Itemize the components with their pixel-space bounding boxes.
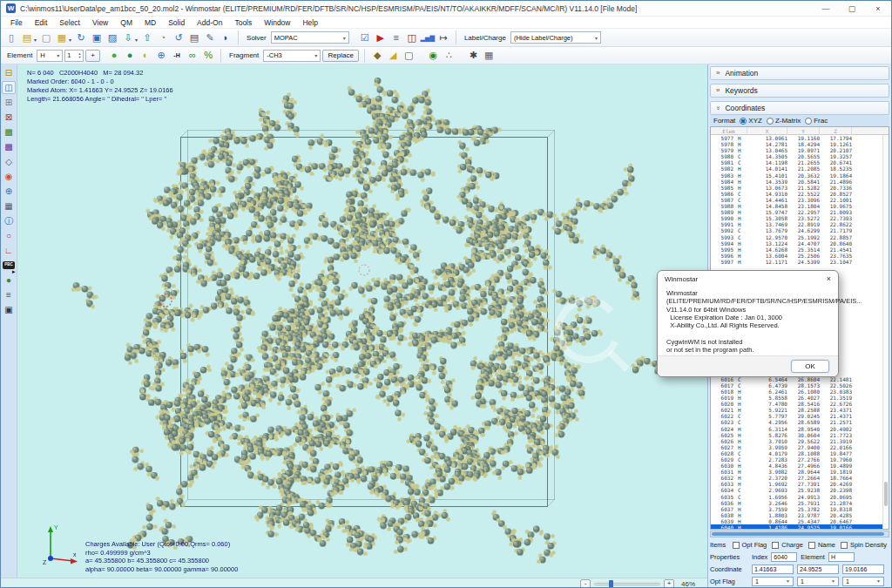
- section-coordinates[interactable]: » Coordinates: [710, 101, 889, 115]
- maximize-button[interactable]: ▢: [839, 1, 865, 16]
- table-row[interactable]: 5977H13.096119.116017.1794: [711, 135, 889, 141]
- add-atom-button[interactable]: +: [85, 50, 100, 62]
- save-folder-icon[interactable]: ▦: [55, 30, 69, 44]
- reload-icon[interactable]: ↻: [74, 30, 88, 44]
- section-animation[interactable]: » Animation: [710, 66, 889, 80]
- atom-half-icon[interactable]: ◐: [139, 49, 152, 63]
- label-charge-select[interactable]: (Hide Label/Charge)▾: [510, 31, 601, 44]
- radio-selected-icon[interactable]: [740, 118, 747, 125]
- table-row[interactable]: 5983H15.410120.363219.1864: [711, 172, 889, 179]
- close-button[interactable]: ×: [865, 1, 891, 16]
- animation-icon[interactable]: ◫: [405, 30, 419, 44]
- list-lines-icon[interactable]: ≡: [2, 288, 16, 301]
- element-select[interactable]: H▾: [37, 50, 63, 62]
- history-icon[interactable]: ◔: [156, 30, 170, 44]
- atom-green-icon[interactable]: ●: [107, 49, 121, 63]
- coordinate-x-field[interactable]: [752, 564, 794, 574]
- menu-select[interactable]: Select: [53, 18, 86, 27]
- table-row[interactable]: 6035C1.695624.991320.0695: [711, 494, 889, 500]
- tile-windows-icon[interactable]: ⊞: [2, 96, 16, 109]
- table-row[interactable]: 5980C14.350520.565519.3257: [711, 153, 889, 159]
- save-as-icon[interactable]: ▨: [105, 30, 119, 44]
- table-row[interactable]: 6031H3.908228.964419.1819: [711, 469, 889, 475]
- table-row[interactable]: 6039H0.864425.434720.6467: [711, 518, 889, 524]
- notes-icon[interactable]: ✎: [203, 30, 217, 44]
- windows-icon[interactable]: ▦: [482, 49, 496, 63]
- axes-icon[interactable]: ∟: [2, 244, 16, 257]
- table-row[interactable]: 6022C5.779729.024521.4371: [711, 413, 889, 419]
- chevron-down-icon[interactable]: ▾: [34, 37, 37, 43]
- edit-file-icon[interactable]: ▤: [187, 30, 201, 44]
- zoom-in-button[interactable]: +: [664, 579, 674, 588]
- table-row[interactable]: 6020H7.478028.541622.6726: [711, 401, 889, 407]
- table-row[interactable]: 6018H6.246126.108023.0383: [711, 389, 889, 395]
- table-row[interactable]: 5993C12.957025.199222.8857: [711, 234, 889, 240]
- radio-icon[interactable]: [767, 118, 774, 125]
- zoom-out-button[interactable]: -: [580, 579, 591, 588]
- cell-box-icon[interactable]: ▢: [402, 49, 416, 63]
- table-row[interactable]: 6040H1.418624.952519.0166: [711, 524, 889, 530]
- table-scrollbar-thumb[interactable]: [884, 482, 888, 506]
- export-icon[interactable]: ⇧: [140, 30, 154, 44]
- single-window-icon[interactable]: ◫: [2, 81, 16, 94]
- checkbox-spin-density[interactable]: [841, 542, 848, 549]
- molecule-canvas[interactable]: [17, 64, 709, 578]
- bond-color-icon[interactable]: ∴: [442, 49, 456, 63]
- move-mode-icon[interactable]: ⊕: [2, 185, 16, 198]
- spinner-arrows-icon[interactable]: ▲▼: [78, 52, 81, 59]
- send-icon[interactable]: ↦: [436, 30, 450, 44]
- mesh-sphere-icon[interactable]: ◉: [426, 49, 440, 63]
- table-row[interactable]: 6038H1.880323.978720.4285: [711, 512, 889, 518]
- table-row[interactable]: 6026H3.701029.562221.3919: [711, 438, 889, 444]
- close-view-icon[interactable]: ⊠: [2, 111, 16, 124]
- run-icon[interactable]: ▶: [374, 30, 388, 44]
- fit-view-icon[interactable]: ◇: [2, 155, 16, 168]
- camera-icon[interactable]: ▣: [2, 303, 16, 316]
- measure-icon[interactable]: %: [201, 49, 215, 63]
- table-row[interactable]: 6037H3.755925.378219.8318: [711, 506, 889, 512]
- table-row[interactable]: 6032H2.372027.266418.7664: [711, 475, 889, 481]
- menu-edit[interactable]: Edit: [29, 18, 54, 27]
- green-panel-icon[interactable]: ▩: [2, 125, 16, 139]
- table-hscrollbar-thumb[interactable]: [712, 532, 884, 536]
- dialog-close-icon[interactable]: ×: [827, 274, 831, 283]
- fragment-tree-icon[interactable]: ⊟: [2, 66, 16, 79]
- info-icon[interactable]: ⓘ: [2, 214, 16, 227]
- table-row[interactable]: 6028C4.017928.108819.8477: [711, 450, 889, 456]
- gear-icon[interactable]: ✱: [466, 49, 480, 63]
- table-row[interactable]: 6036H3.264625.793121.2874: [711, 500, 889, 506]
- bond-icon[interactable]: ∞: [186, 49, 199, 63]
- menu-tools[interactable]: Tools: [228, 18, 258, 27]
- table-row[interactable]: 5988H14.845823.180419.9675: [711, 203, 889, 209]
- menu-file[interactable]: File: [4, 18, 29, 27]
- opt-flag-z-select[interactable]: 1▼: [842, 577, 884, 586]
- menu-md[interactable]: MD: [139, 18, 162, 27]
- remove-h-icon[interactable]: -H: [170, 49, 184, 63]
- zoom-slider[interactable]: [594, 583, 660, 585]
- log-icon[interactable]: ≡: [389, 30, 403, 44]
- format-option-frac[interactable]: Frac: [805, 117, 828, 125]
- refresh-icon[interactable]: ↺: [172, 30, 186, 44]
- replace-button[interactable]: Replace: [322, 50, 359, 62]
- table-row[interactable]: 5978H14.278118.429419.1261: [711, 141, 889, 147]
- index-field[interactable]: [771, 552, 797, 562]
- table-hscrollbar[interactable]: [710, 531, 889, 537]
- checkbox-name[interactable]: [808, 542, 815, 549]
- opt-flag-x-select[interactable]: 1▼: [752, 577, 794, 586]
- table-row[interactable]: 6029C2.728327.276619.7960: [711, 456, 889, 463]
- table-row[interactable]: 6034C2.969325.923820.2398: [711, 487, 889, 493]
- table-row[interactable]: 5995H14.626825.351421.4541: [711, 247, 889, 253]
- element-count[interactable]: 1▲▼: [64, 50, 84, 62]
- chevron-down-icon[interactable]: ▾: [135, 37, 138, 43]
- table-scrollbar[interactable]: [882, 135, 889, 529]
- opt-flag-y-select[interactable]: 1▼: [797, 577, 839, 586]
- open-file-icon[interactable]: ▤: [20, 30, 34, 44]
- expand-panel-icon[interactable]: ▸: [12, 268, 16, 275]
- table-row[interactable]: 5994H13.122424.470720.8640: [711, 240, 889, 247]
- table-row[interactable]: 6033H1.969227.739120.4269: [711, 481, 889, 487]
- chevron-down-icon[interactable]: ▾: [69, 37, 71, 43]
- table-row[interactable]: 5981C14.119821.265520.6741: [711, 159, 889, 166]
- table-row[interactable]: 5985H13.067321.528220.7336: [711, 185, 889, 191]
- menu-add-on[interactable]: Add-On: [191, 18, 228, 27]
- format-option-xyz[interactable]: XYZ: [740, 117, 762, 125]
